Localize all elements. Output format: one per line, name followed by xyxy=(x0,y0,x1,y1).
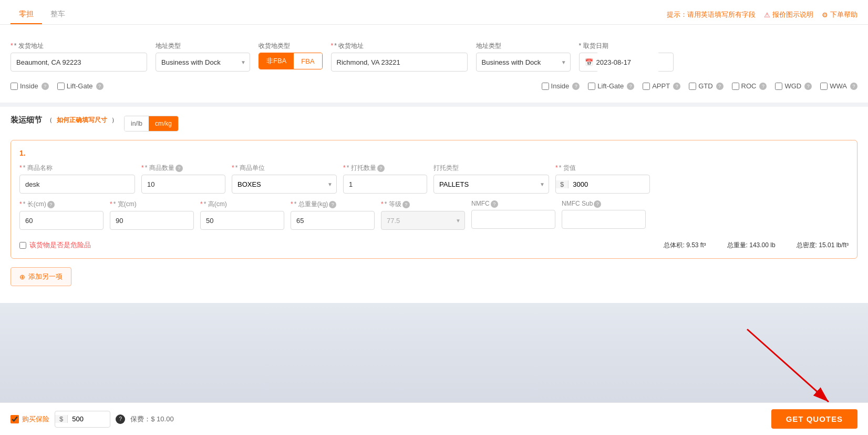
dest-gtd-label: GTD xyxy=(698,82,712,90)
order-help-link[interactable]: ⚙ 下单帮助 xyxy=(822,10,857,19)
dest-addr-type-group: 地址类型 Business with Dock Business without… xyxy=(476,42,571,72)
dest-liftgate-help[interactable]: ? xyxy=(627,83,634,90)
info-icon: ⚠ xyxy=(764,11,770,19)
pickup-date-input[interactable] xyxy=(596,53,659,72)
item-name-group: ** 商品名称 xyxy=(19,164,135,194)
tabs: 零担 整车 xyxy=(11,5,74,24)
dest-gtd-checkbox[interactable] xyxy=(689,83,696,90)
item-l-label: ** 长(cm)? xyxy=(19,200,104,209)
dest-address-group: ** 收货地址 xyxy=(331,42,468,72)
price-guide-link[interactable]: ⚠ 报价图示说明 xyxy=(764,10,813,19)
item-weight-input[interactable] xyxy=(291,211,375,230)
item-qty-input[interactable] xyxy=(141,175,225,194)
grade-help-icon[interactable]: ? xyxy=(402,201,410,208)
origin-liftgate-checkbox[interactable] xyxy=(57,83,65,90)
gray-area xyxy=(0,303,868,408)
item-grade-select-wrap: 77.5 50 55 60 ▼ xyxy=(381,211,465,230)
dest-roc-checkbox[interactable] xyxy=(732,83,739,90)
item-value-input[interactable] xyxy=(569,180,650,188)
dest-wgd-help[interactable]: ? xyxy=(804,83,812,90)
dest-liftgate-checkbox[interactable] xyxy=(588,83,595,90)
item-value-label: ** 货值 xyxy=(555,164,650,173)
dest-inside-checkbox[interactable] xyxy=(542,83,549,90)
help-icon: ⚙ xyxy=(822,11,828,19)
plus-icon: ⊕ xyxy=(19,273,25,281)
dest-gtd-help[interactable]: ? xyxy=(716,83,724,90)
item-w-group: ** 宽(cm) xyxy=(110,200,194,230)
nmfc-help-icon[interactable]: ? xyxy=(491,200,498,208)
dest-address-input[interactable] xyxy=(331,53,468,72)
dest-wwa-checkbox[interactable] xyxy=(820,83,828,90)
dest-roc-help[interactable]: ? xyxy=(759,83,767,90)
l-help-icon[interactable]: ? xyxy=(47,201,55,208)
danger-label: 该货物是否是危险品 xyxy=(29,240,91,250)
nmfcsub-help-icon[interactable]: ? xyxy=(594,200,601,208)
item-h-group: ** 高(cm) xyxy=(200,200,284,230)
tab-ltl[interactable]: 零担 xyxy=(11,5,42,24)
item-pallet-qty-input[interactable] xyxy=(343,175,427,194)
item-weight-group: ** 总重量(kg)? xyxy=(291,200,375,230)
item-card-1: 1. ** 商品名称 ** 商品数量? ** 商品单位 BOXES PA xyxy=(11,140,857,259)
divider-1 xyxy=(0,103,868,107)
dest-appt-checkbox[interactable] xyxy=(643,83,650,90)
origin-addr-type-select[interactable]: Business with Dock Business without Dock… xyxy=(156,53,250,72)
item-grade-label: ** 等级? xyxy=(381,200,465,209)
item-w-input[interactable] xyxy=(110,211,194,230)
origin-inside-label: Inside xyxy=(20,82,38,90)
hint-text: 提示：请用英语填写所有字段 xyxy=(667,10,756,19)
dest-addr-type-label: 地址类型 xyxy=(476,42,571,50)
origin-addr-type-group: 地址类型 Business with Dock Business without… xyxy=(156,42,250,72)
origin-address-label: ** 发货地址 xyxy=(11,42,147,50)
add-item-button[interactable]: ⊕ 添加另一项 xyxy=(11,267,71,286)
origin-liftgate-help[interactable]: ? xyxy=(96,83,104,90)
item-qty-label: ** 商品数量? xyxy=(141,164,225,173)
item-l-input[interactable] xyxy=(19,211,104,230)
origin-inside-checkbox[interactable] xyxy=(11,83,18,90)
dest-wwa-checkbox-item: WWA ? xyxy=(820,82,857,90)
item-num-1: 1. xyxy=(19,149,849,157)
unit-toggle: in/lb cm/kg xyxy=(124,116,179,131)
bottom-bar: 购买保险 $ ? 保费：$ 10.00 GET QUOTES xyxy=(0,402,868,408)
item-grade-select[interactable]: 77.5 50 55 60 xyxy=(381,211,465,230)
item-row-2: ** 长(cm)? ** 宽(cm) ** 高(cm) ** 总重量(kg)? … xyxy=(19,200,849,230)
pickup-date-group: * 取货日期 📅 xyxy=(579,42,674,72)
dest-wwa-help[interactable]: ? xyxy=(850,83,857,90)
stats-row: 总体积: 9.53 ft³ 总重量: 143.00 lb 总密度: 15.01 … xyxy=(664,241,849,250)
dest-wgd-checkbox[interactable] xyxy=(775,83,782,90)
dest-appt-label: APPT xyxy=(652,82,670,90)
address-section: ** 发货地址 地址类型 Business with Dock Business… xyxy=(11,33,857,103)
item-pallet-type-select[interactable]: PALLETS SKIDS xyxy=(433,175,549,194)
top-bar: 零担 整车 提示：请用英语填写所有字段 ⚠ 报价图示说明 ⚙ 下单帮助 xyxy=(0,0,868,25)
item-pallet-type-group: 打托类型 PALLETS SKIDS ▼ xyxy=(433,164,549,194)
pallet-qty-help-icon[interactable]: ? xyxy=(377,165,385,172)
origin-address-input[interactable] xyxy=(11,53,147,72)
item-name-input[interactable] xyxy=(19,175,135,194)
dest-appt-help[interactable]: ? xyxy=(673,83,680,90)
dest-addr-type-select-wrap: Business with Dock Business without Dock… xyxy=(476,53,571,72)
danger-checkbox-group: 该货物是否是危险品 xyxy=(19,240,91,250)
fba-button[interactable]: FBA xyxy=(294,53,322,69)
tab-ftl[interactable]: 整车 xyxy=(42,5,74,24)
weight-help-icon[interactable]: ? xyxy=(329,201,336,208)
item-nmfc-label: NMFC? xyxy=(471,200,555,208)
item-h-input[interactable] xyxy=(200,211,284,230)
qty-help-icon[interactable]: ? xyxy=(175,165,183,172)
unit-imperial-button[interactable]: in/lb xyxy=(125,116,149,131)
item-name-label: ** 商品名称 xyxy=(19,164,135,173)
item-nmfcsub-input[interactable] xyxy=(562,210,646,229)
origin-checkboxes-row: Inside ? Lift-Gate ? Inside ? Lift-Gate … xyxy=(11,78,857,94)
dest-addr-type-select[interactable]: Business with Dock Business without Dock… xyxy=(476,53,571,72)
danger-checkbox[interactable] xyxy=(19,242,26,249)
size-guide-link[interactable]: 如何正确填写尺寸 xyxy=(57,116,107,125)
origin-address-group: ** 发货地址 xyxy=(11,42,147,72)
dest-inside-help[interactable]: ? xyxy=(572,83,580,90)
item-pallet-type-label: 打托类型 xyxy=(433,164,549,173)
unit-metric-button[interactable]: cm/kg xyxy=(149,116,178,131)
dest-inside-label: Inside xyxy=(551,82,570,90)
item-qty-group: ** 商品数量? xyxy=(141,164,225,194)
non-fba-button[interactable]: 非FBA xyxy=(259,53,294,69)
item-unit-select[interactable]: BOXES PALLETS PIECES xyxy=(232,175,337,194)
item-nmfcsub-group: NMFC Sub? xyxy=(562,200,646,229)
origin-inside-help[interactable]: ? xyxy=(42,83,49,90)
item-nmfc-input[interactable] xyxy=(471,210,555,229)
